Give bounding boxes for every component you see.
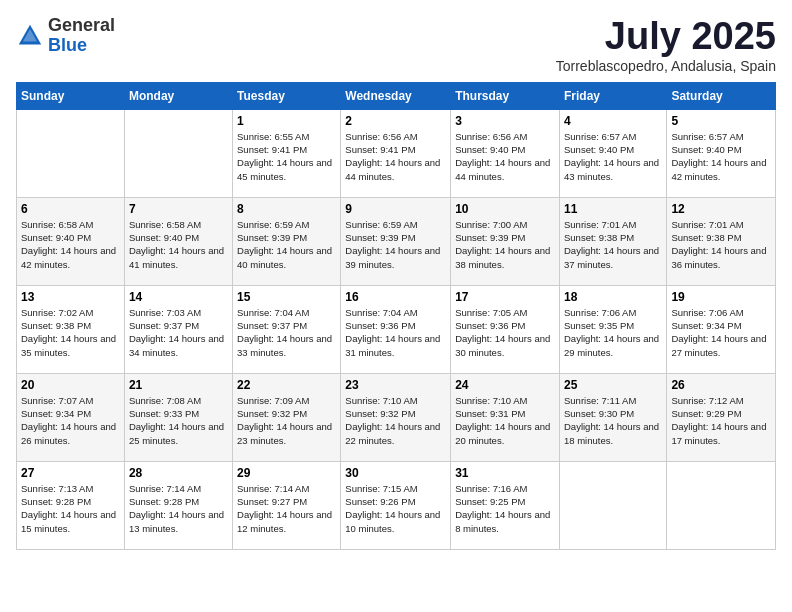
calendar-cell: 12Sunrise: 7:01 AMSunset: 9:38 PMDayligh…: [667, 197, 776, 285]
calendar-cell: [559, 461, 666, 549]
day-info: Sunrise: 6:56 AMSunset: 9:41 PMDaylight:…: [345, 130, 446, 183]
day-info: Sunrise: 7:10 AMSunset: 9:32 PMDaylight:…: [345, 394, 446, 447]
calendar-cell: 28Sunrise: 7:14 AMSunset: 9:28 PMDayligh…: [124, 461, 232, 549]
calendar-cell: 29Sunrise: 7:14 AMSunset: 9:27 PMDayligh…: [233, 461, 341, 549]
calendar-cell: [124, 109, 232, 197]
day-info: Sunrise: 6:58 AMSunset: 9:40 PMDaylight:…: [21, 218, 120, 271]
day-number: 10: [455, 202, 555, 216]
day-info: Sunrise: 7:14 AMSunset: 9:28 PMDaylight:…: [129, 482, 228, 535]
calendar-week-5: 27Sunrise: 7:13 AMSunset: 9:28 PMDayligh…: [17, 461, 776, 549]
day-info: Sunrise: 7:05 AMSunset: 9:36 PMDaylight:…: [455, 306, 555, 359]
logo-icon: [16, 22, 44, 50]
calendar-cell: 16Sunrise: 7:04 AMSunset: 9:36 PMDayligh…: [341, 285, 451, 373]
day-info: Sunrise: 7:06 AMSunset: 9:35 PMDaylight:…: [564, 306, 662, 359]
day-info: Sunrise: 7:07 AMSunset: 9:34 PMDaylight:…: [21, 394, 120, 447]
calendar-cell: 4Sunrise: 6:57 AMSunset: 9:40 PMDaylight…: [559, 109, 666, 197]
day-info: Sunrise: 7:10 AMSunset: 9:31 PMDaylight:…: [455, 394, 555, 447]
header-wednesday: Wednesday: [341, 82, 451, 109]
logo-blue-text: Blue: [48, 36, 115, 56]
day-info: Sunrise: 7:02 AMSunset: 9:38 PMDaylight:…: [21, 306, 120, 359]
day-info: Sunrise: 6:59 AMSunset: 9:39 PMDaylight:…: [345, 218, 446, 271]
day-number: 28: [129, 466, 228, 480]
day-number: 6: [21, 202, 120, 216]
day-info: Sunrise: 7:01 AMSunset: 9:38 PMDaylight:…: [671, 218, 771, 271]
day-number: 13: [21, 290, 120, 304]
day-number: 14: [129, 290, 228, 304]
day-info: Sunrise: 6:59 AMSunset: 9:39 PMDaylight:…: [237, 218, 336, 271]
day-number: 12: [671, 202, 771, 216]
logo-general-text: General: [48, 16, 115, 36]
calendar-cell: 2Sunrise: 6:56 AMSunset: 9:41 PMDaylight…: [341, 109, 451, 197]
day-number: 4: [564, 114, 662, 128]
calendar-cell: 19Sunrise: 7:06 AMSunset: 9:34 PMDayligh…: [667, 285, 776, 373]
day-number: 20: [21, 378, 120, 392]
day-info: Sunrise: 6:55 AMSunset: 9:41 PMDaylight:…: [237, 130, 336, 183]
calendar-cell: 11Sunrise: 7:01 AMSunset: 9:38 PMDayligh…: [559, 197, 666, 285]
logo-text: General Blue: [48, 16, 115, 56]
calendar-cell: 17Sunrise: 7:05 AMSunset: 9:36 PMDayligh…: [451, 285, 560, 373]
day-info: Sunrise: 7:11 AMSunset: 9:30 PMDaylight:…: [564, 394, 662, 447]
calendar-week-1: 1Sunrise: 6:55 AMSunset: 9:41 PMDaylight…: [17, 109, 776, 197]
day-info: Sunrise: 7:01 AMSunset: 9:38 PMDaylight:…: [564, 218, 662, 271]
day-info: Sunrise: 6:57 AMSunset: 9:40 PMDaylight:…: [671, 130, 771, 183]
calendar-cell: 3Sunrise: 6:56 AMSunset: 9:40 PMDaylight…: [451, 109, 560, 197]
day-info: Sunrise: 6:56 AMSunset: 9:40 PMDaylight:…: [455, 130, 555, 183]
header-sunday: Sunday: [17, 82, 125, 109]
calendar-week-3: 13Sunrise: 7:02 AMSunset: 9:38 PMDayligh…: [17, 285, 776, 373]
header-monday: Monday: [124, 82, 232, 109]
day-info: Sunrise: 6:58 AMSunset: 9:40 PMDaylight:…: [129, 218, 228, 271]
day-info: Sunrise: 7:08 AMSunset: 9:33 PMDaylight:…: [129, 394, 228, 447]
day-info: Sunrise: 6:57 AMSunset: 9:40 PMDaylight:…: [564, 130, 662, 183]
day-number: 29: [237, 466, 336, 480]
day-info: Sunrise: 7:04 AMSunset: 9:36 PMDaylight:…: [345, 306, 446, 359]
calendar-cell: 6Sunrise: 6:58 AMSunset: 9:40 PMDaylight…: [17, 197, 125, 285]
header-tuesday: Tuesday: [233, 82, 341, 109]
day-number: 30: [345, 466, 446, 480]
day-number: 16: [345, 290, 446, 304]
header-saturday: Saturday: [667, 82, 776, 109]
calendar-cell: 9Sunrise: 6:59 AMSunset: 9:39 PMDaylight…: [341, 197, 451, 285]
day-number: 23: [345, 378, 446, 392]
page-header: General Blue July 2025 Torreblascopedro,…: [16, 16, 776, 74]
logo: General Blue: [16, 16, 115, 56]
day-number: 1: [237, 114, 336, 128]
calendar-cell: 7Sunrise: 6:58 AMSunset: 9:40 PMDaylight…: [124, 197, 232, 285]
calendar-cell: [667, 461, 776, 549]
calendar-cell: 15Sunrise: 7:04 AMSunset: 9:37 PMDayligh…: [233, 285, 341, 373]
day-number: 9: [345, 202, 446, 216]
day-number: 2: [345, 114, 446, 128]
day-number: 19: [671, 290, 771, 304]
day-number: 18: [564, 290, 662, 304]
calendar-cell: 5Sunrise: 6:57 AMSunset: 9:40 PMDaylight…: [667, 109, 776, 197]
calendar-cell: 25Sunrise: 7:11 AMSunset: 9:30 PMDayligh…: [559, 373, 666, 461]
day-info: Sunrise: 7:06 AMSunset: 9:34 PMDaylight:…: [671, 306, 771, 359]
day-number: 17: [455, 290, 555, 304]
calendar-cell: 10Sunrise: 7:00 AMSunset: 9:39 PMDayligh…: [451, 197, 560, 285]
calendar-cell: 26Sunrise: 7:12 AMSunset: 9:29 PMDayligh…: [667, 373, 776, 461]
calendar-cell: 31Sunrise: 7:16 AMSunset: 9:25 PMDayligh…: [451, 461, 560, 549]
day-number: 22: [237, 378, 336, 392]
day-info: Sunrise: 7:12 AMSunset: 9:29 PMDaylight:…: [671, 394, 771, 447]
month-title: July 2025: [556, 16, 776, 58]
day-number: 24: [455, 378, 555, 392]
calendar-cell: 21Sunrise: 7:08 AMSunset: 9:33 PMDayligh…: [124, 373, 232, 461]
day-number: 8: [237, 202, 336, 216]
day-number: 7: [129, 202, 228, 216]
calendar-cell: 13Sunrise: 7:02 AMSunset: 9:38 PMDayligh…: [17, 285, 125, 373]
calendar-cell: 1Sunrise: 6:55 AMSunset: 9:41 PMDaylight…: [233, 109, 341, 197]
day-number: 11: [564, 202, 662, 216]
day-number: 3: [455, 114, 555, 128]
calendar-header-row: SundayMondayTuesdayWednesdayThursdayFrid…: [17, 82, 776, 109]
day-info: Sunrise: 7:03 AMSunset: 9:37 PMDaylight:…: [129, 306, 228, 359]
day-info: Sunrise: 7:00 AMSunset: 9:39 PMDaylight:…: [455, 218, 555, 271]
calendar-cell: 14Sunrise: 7:03 AMSunset: 9:37 PMDayligh…: [124, 285, 232, 373]
day-number: 26: [671, 378, 771, 392]
calendar-cell: 30Sunrise: 7:15 AMSunset: 9:26 PMDayligh…: [341, 461, 451, 549]
calendar-cell: 27Sunrise: 7:13 AMSunset: 9:28 PMDayligh…: [17, 461, 125, 549]
calendar-cell: 18Sunrise: 7:06 AMSunset: 9:35 PMDayligh…: [559, 285, 666, 373]
day-info: Sunrise: 7:14 AMSunset: 9:27 PMDaylight:…: [237, 482, 336, 535]
title-block: July 2025 Torreblascopedro, Andalusia, S…: [556, 16, 776, 74]
day-info: Sunrise: 7:15 AMSunset: 9:26 PMDaylight:…: [345, 482, 446, 535]
day-number: 31: [455, 466, 555, 480]
day-number: 27: [21, 466, 120, 480]
